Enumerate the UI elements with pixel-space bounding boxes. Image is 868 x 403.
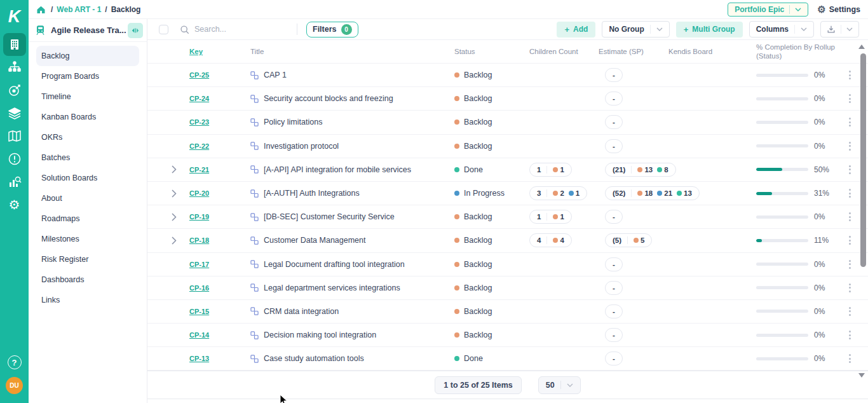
help-icon[interactable]: ? (8, 355, 22, 369)
key-link[interactable]: CP-21 (189, 166, 209, 174)
key-link[interactable]: CP-19 (189, 213, 209, 221)
sidebar-item-links[interactable]: Links (36, 290, 139, 310)
batches-layers-icon[interactable] (4, 102, 25, 124)
table-row[interactable]: CP-14 Decision making tool integration B… (147, 324, 868, 347)
risk-alert-icon[interactable] (4, 148, 25, 170)
sidebar-item-kanban-boards[interactable]: Kanban Boards (36, 107, 139, 127)
expand-chevron-icon[interactable] (172, 213, 177, 221)
user-avatar[interactable]: DU (6, 377, 23, 394)
key-link[interactable]: CP-23 (189, 118, 209, 126)
sidebar-item-solution-boards[interactable]: Solution Boards (36, 168, 139, 188)
column-header-key[interactable]: Key (189, 48, 203, 55)
select-all-checkbox[interactable] (159, 25, 168, 34)
estimate-chip[interactable]: - (605, 304, 623, 318)
home-icon[interactable] (36, 5, 46, 14)
sidebar-item-timeline[interactable]: Timeline (36, 86, 139, 107)
estimate-chip[interactable]: - (605, 139, 623, 153)
export-split-button[interactable] (820, 21, 859, 38)
row-menu-button[interactable] (846, 68, 853, 82)
table-row[interactable]: CP-13 Case study automation tools Done -… (147, 347, 868, 371)
row-menu-button[interactable] (846, 186, 853, 200)
scrollbar-up-arrow[interactable] (858, 44, 865, 49)
sidebar-item-batches[interactable]: Batches (36, 147, 139, 168)
table-row[interactable]: CP-19 [DB-SEC] Customer Security Service… (147, 205, 868, 229)
key-link[interactable]: CP-15 (189, 308, 209, 315)
table-row[interactable]: CP-18 Customer Data Management Backlog 4… (147, 229, 868, 252)
table-row[interactable]: CP-21 [A-API] API integration for mobile… (147, 158, 868, 182)
search-input[interactable] (194, 25, 283, 34)
estimate-chip[interactable]: - (605, 328, 623, 342)
sidebar-item-risk-register[interactable]: Risk Register (36, 249, 139, 270)
estimate-chip[interactable]: - (605, 257, 623, 271)
key-link[interactable]: CP-16 (189, 284, 209, 292)
table-row[interactable]: CP-16 Legal department services integrat… (147, 277, 868, 300)
expand-chevron-icon[interactable] (172, 236, 177, 245)
table-row[interactable]: CP-15 CRM data integration Backlog - 0% (147, 300, 868, 324)
estimate-chip[interactable]: - (605, 210, 623, 224)
breadcrumb-project[interactable]: Web ART - 1 (57, 5, 101, 14)
backlog-boards-icon[interactable] (3, 33, 26, 56)
row-menu-button[interactable] (846, 233, 853, 247)
settings-button[interactable]: ⚙ Settings (817, 4, 860, 14)
scrollbar-thumb[interactable] (860, 53, 866, 267)
table-row[interactable]: CP-17 Legal Document drafting tool integ… (147, 253, 868, 277)
row-menu-button[interactable] (846, 139, 853, 153)
row-menu-button[interactable] (846, 304, 853, 318)
key-link[interactable]: CP-22 (189, 142, 209, 150)
dashboards-chart-icon[interactable] (4, 171, 25, 193)
collapse-sidebar-button[interactable] (128, 23, 143, 38)
estimate-chip[interactable]: - (605, 352, 623, 365)
key-link[interactable]: CP-24 (189, 95, 209, 102)
add-button[interactable]: + Add (557, 22, 595, 38)
key-link[interactable]: CP-18 (189, 236, 209, 244)
sidebar-item-milestones[interactable]: Milestones (36, 229, 139, 249)
scrollbar-down-arrow[interactable] (858, 373, 865, 378)
key-link[interactable]: CP-25 (189, 71, 209, 79)
table-row[interactable]: CP-23 Policy limitations Backlog - 0% (147, 111, 868, 134)
settings-gear-icon[interactable]: ⚙ (4, 194, 25, 215)
row-menu-button[interactable] (846, 352, 853, 365)
row-menu-button[interactable] (846, 257, 853, 271)
program-structure-icon[interactable] (4, 57, 25, 78)
estimate-chip[interactable]: - (605, 68, 623, 82)
row-menu-button[interactable] (846, 115, 853, 129)
row-menu-button[interactable] (846, 328, 853, 342)
sidebar-item-roadmaps[interactable]: Roadmaps (36, 208, 139, 229)
estimate-chip[interactable]: - (605, 281, 623, 295)
estimate-chip[interactable]: - (605, 92, 623, 106)
row-menu-button[interactable] (846, 210, 853, 224)
sidebar-item-dashboards[interactable]: Dashboards (36, 270, 139, 290)
children-count-chip[interactable]: 44 (529, 233, 572, 247)
table-row[interactable]: CP-25 CAP 1 Backlog - 0% (147, 64, 868, 87)
multi-group-button[interactable]: + Multi Group (676, 22, 743, 38)
row-menu-button[interactable] (846, 281, 853, 295)
estimate-chip[interactable]: (5)5 (605, 233, 652, 247)
key-link[interactable]: CP-14 (189, 331, 209, 339)
estimate-chip[interactable]: (21)138 (605, 163, 676, 177)
estimate-chip[interactable]: - (605, 115, 623, 129)
sidebar-item-about[interactable]: About (36, 188, 139, 208)
table-row[interactable]: CP-22 Investigation protocol Backlog - 0… (147, 135, 868, 158)
columns-dropdown[interactable]: Columns (749, 21, 814, 38)
expand-chevron-icon[interactable] (172, 165, 177, 174)
children-count-chip[interactable]: 321 (529, 186, 587, 200)
row-menu-button[interactable] (846, 92, 853, 106)
key-link[interactable]: CP-17 (189, 261, 209, 268)
sidebar-item-okrs[interactable]: OKRs (36, 127, 139, 147)
page-size-dropdown[interactable]: 50 (538, 376, 581, 394)
roadmap-map-icon[interactable] (4, 125, 25, 147)
portfolio-epic-dropdown[interactable]: Portfolio Epic (728, 3, 808, 17)
estimate-chip[interactable]: (52)182113 (605, 186, 700, 200)
expand-chevron-icon[interactable] (172, 189, 177, 198)
sidebar-item-program-boards[interactable]: Program Boards (36, 66, 139, 86)
okr-target-icon[interactable] (4, 79, 25, 101)
children-count-chip[interactable]: 11 (529, 210, 572, 224)
sidebar-item-backlog[interactable]: Backlog (36, 46, 139, 66)
group-dropdown[interactable]: No Group (602, 21, 669, 38)
kendis-logo[interactable]: K (0, 0, 29, 33)
key-link[interactable]: CP-13 (189, 355, 209, 362)
row-menu-button[interactable] (846, 163, 853, 177)
table-row[interactable]: CP-20 [A-AUTH] Auth Integrations In Prog… (147, 182, 868, 205)
table-row[interactable]: CP-24 Security account blocks and freezi… (147, 87, 868, 111)
children-count-chip[interactable]: 11 (529, 163, 572, 177)
